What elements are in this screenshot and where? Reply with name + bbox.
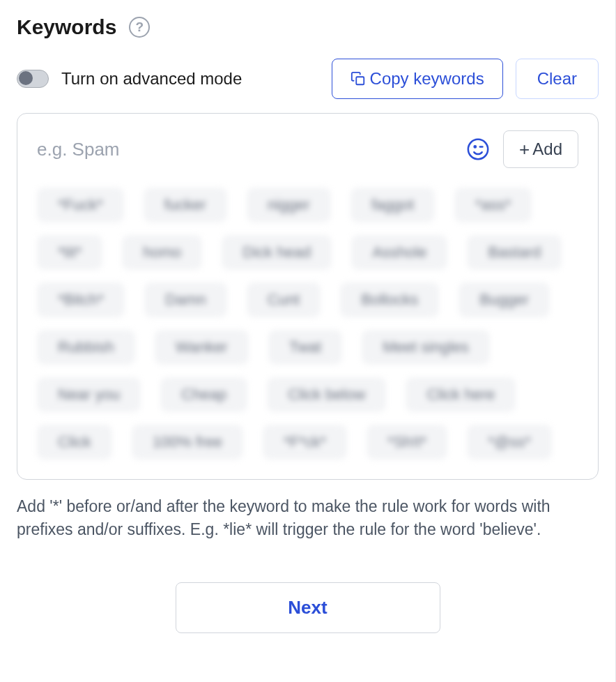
svg-point-2: [475, 146, 476, 147]
keyword-tag[interactable]: fucker: [144, 188, 227, 222]
emoji-icon: [466, 137, 490, 161]
page-title: Keywords: [17, 15, 116, 39]
copy-keywords-button[interactable]: Copy keywords: [332, 59, 503, 99]
keyword-tag[interactable]: Meet singles: [362, 330, 490, 365]
svg-rect-0: [356, 77, 364, 84]
keyword-tag[interactable]: Near you: [37, 377, 141, 412]
keyword-tag[interactable]: *ass*: [454, 188, 532, 222]
add-label: Add: [532, 139, 562, 159]
keyword-tag[interactable]: Asshole: [351, 235, 447, 270]
keyword-tag[interactable]: Cunt: [247, 282, 321, 317]
next-label: Next: [288, 597, 327, 618]
help-icon[interactable]: ?: [129, 17, 150, 38]
keywords-card: + Add *Fuck*fuckerniggerfaggot*ass**tit*…: [17, 113, 599, 480]
copy-icon: [351, 71, 366, 86]
action-buttons: Copy keywords Clear: [332, 59, 599, 99]
keyword-tag[interactable]: faggot: [351, 188, 435, 222]
keyword-tag[interactable]: Click: [37, 425, 112, 460]
keyword-tags-list: *Fuck*fuckerniggerfaggot*ass**tit*homoDi…: [37, 188, 578, 460]
keyword-tag[interactable]: Damn: [144, 282, 227, 317]
copy-keywords-label: Copy keywords: [370, 69, 484, 89]
advanced-mode-toggle[interactable]: [17, 70, 49, 88]
keyword-tag[interactable]: *Sh!t*: [367, 425, 447, 460]
keyword-tag[interactable]: *tit*: [37, 235, 102, 270]
keyword-tag[interactable]: nigger: [247, 188, 331, 222]
emoji-picker-button[interactable]: [465, 137, 491, 162]
keyword-input[interactable]: [37, 139, 453, 160]
plus-icon: +: [519, 140, 530, 158]
keyword-tag[interactable]: Wanker: [155, 330, 249, 365]
next-row: Next: [17, 582, 599, 633]
keyword-tag[interactable]: *F*ck*: [263, 425, 347, 460]
keyword-tag[interactable]: Twat: [268, 330, 342, 365]
advanced-mode-toggle-group: Turn on advanced mode: [17, 69, 242, 89]
keyword-tag[interactable]: Click below: [267, 377, 386, 412]
clear-button[interactable]: Clear: [516, 59, 599, 99]
keyword-tag[interactable]: Bollocks: [340, 282, 439, 317]
keyword-tag[interactable]: *Fuck*: [37, 188, 124, 222]
keyword-tag[interactable]: Bastard: [467, 235, 562, 270]
clear-label: Clear: [537, 69, 577, 88]
keyword-tag[interactable]: *@ss*: [467, 425, 551, 460]
keyword-tag[interactable]: Bugger: [459, 282, 550, 317]
next-button[interactable]: Next: [176, 582, 440, 633]
toggle-knob: [19, 71, 33, 85]
svg-point-1: [468, 139, 488, 159]
keyword-tag[interactable]: Cheap: [160, 377, 247, 412]
keyword-tag[interactable]: Dick head: [222, 235, 332, 270]
keyword-tag[interactable]: Rubbish: [37, 330, 135, 365]
keyword-tag[interactable]: 100% free: [132, 425, 243, 460]
keywords-panel: Keywords ? Turn on advanced mode Copy ke…: [0, 0, 616, 682]
controls-row: Turn on advanced mode Copy keywords Clea…: [17, 59, 599, 99]
add-keyword-button[interactable]: + Add: [503, 130, 578, 168]
keyword-tag[interactable]: Click here: [406, 377, 516, 412]
header-row: Keywords ?: [17, 15, 599, 39]
input-row: + Add: [37, 130, 578, 168]
keyword-tag[interactable]: *Bitch*: [37, 282, 125, 317]
keyword-tag[interactable]: homo: [122, 235, 202, 270]
hint-text: Add '*' before or/and after the keyword …: [17, 495, 599, 542]
advanced-mode-label: Turn on advanced mode: [61, 69, 242, 89]
help-glyph: ?: [136, 20, 144, 35]
